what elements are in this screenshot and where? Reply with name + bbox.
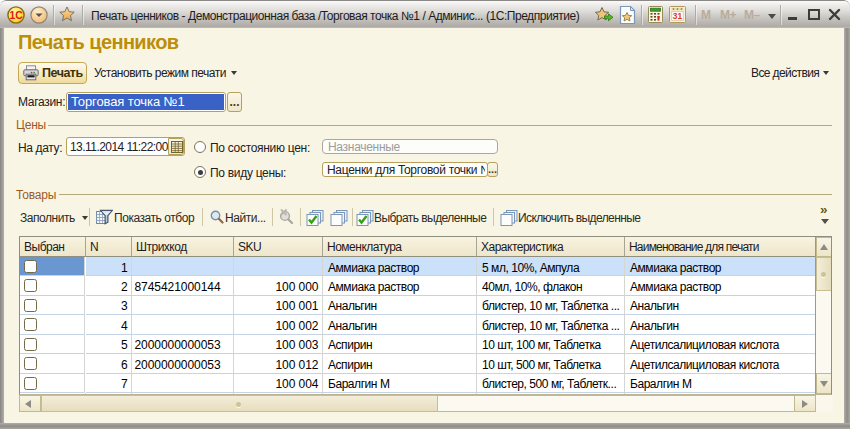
svg-text:1С: 1С bbox=[9, 10, 23, 21]
svg-text:31: 31 bbox=[673, 11, 683, 21]
